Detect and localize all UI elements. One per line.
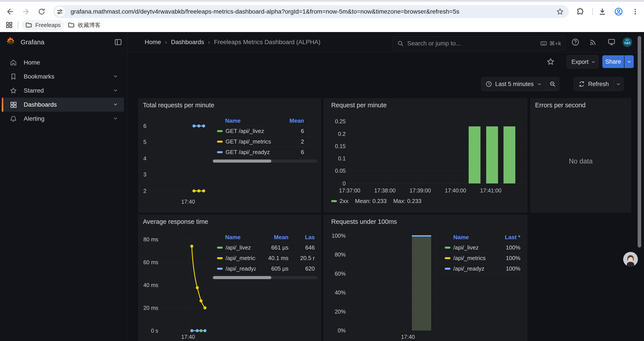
series-name[interactable]: /api/_readyz xyxy=(226,265,256,272)
y-tick: 100% xyxy=(324,232,346,239)
x-tick: 17:38:00 xyxy=(367,187,402,194)
sidebar-item-label: Bookmarks xyxy=(24,73,54,80)
reload-icon xyxy=(38,8,46,16)
legend-header-name[interactable]: Name xyxy=(453,234,505,241)
bookmark-folder-freeleaps[interactable]: Freeleaps xyxy=(22,20,64,30)
legend-hscrollbar[interactable] xyxy=(213,160,318,163)
chevron-down-icon xyxy=(626,59,632,64)
sidebar-item-home[interactable]: Home xyxy=(2,56,124,70)
series-name[interactable]: /api/_livez xyxy=(226,244,256,251)
forward-button[interactable] xyxy=(20,6,32,17)
legend-row[interactable]: GET /api/_readyz 6 xyxy=(213,147,318,157)
y-tick: 3 xyxy=(138,171,146,178)
app-root: grafana.mathmast.com/d/deytv4rwavabkb/fr… xyxy=(0,0,644,341)
star-icon xyxy=(546,58,555,66)
series-name[interactable]: /api/_readyz xyxy=(453,265,506,272)
help-button[interactable] xyxy=(569,36,582,48)
user-avatar[interactable] xyxy=(622,37,632,48)
browser-menu-button[interactable] xyxy=(630,6,641,17)
bookmark-star-icon[interactable] xyxy=(556,8,564,16)
legend-row[interactable]: GET /api/_livez 6 xyxy=(213,126,318,136)
sidebar-item-starred[interactable]: Starred xyxy=(2,84,124,98)
legend: 2xx Mean: 0.233 Max: 0.233 xyxy=(331,198,422,204)
chevron-down-icon[interactable] xyxy=(113,87,118,94)
back-button[interactable] xyxy=(4,6,16,17)
bell-icon xyxy=(10,115,17,122)
downloads-button[interactable] xyxy=(597,6,608,17)
sidebar-item-dashboards[interactable]: Dashboards xyxy=(2,98,124,112)
grafana-header-left: Grafana xyxy=(0,32,127,52)
x-tick: 17:37:00 xyxy=(332,187,367,194)
search-input[interactable] xyxy=(407,40,540,47)
series-name[interactable]: 2xx xyxy=(340,198,348,204)
export-button[interactable]: Export xyxy=(567,55,598,69)
chevron-down-icon xyxy=(616,81,621,87)
series-name[interactable]: GET /api/_livez xyxy=(226,128,301,135)
zoom-out-button[interactable] xyxy=(546,78,559,91)
legend-row[interactable]: /api/_readyz 605 µs 620 xyxy=(213,263,318,274)
extensions-button[interactable] xyxy=(574,6,586,17)
time-range-button[interactable]: Last 5 minutes xyxy=(482,78,546,91)
assistant-avatar-widget[interactable] xyxy=(623,252,638,267)
apps-grid-button[interactable] xyxy=(4,22,14,29)
news-button[interactable] xyxy=(587,36,599,48)
no-data-message: No data xyxy=(531,157,631,165)
chevron-down-icon[interactable] xyxy=(113,73,118,80)
refresh-button[interactable]: Refresh xyxy=(574,78,613,91)
search-box[interactable]: ⌘+k xyxy=(392,37,566,51)
grafana-logo[interactable] xyxy=(5,37,16,47)
legend-header-mean[interactable]: Mean xyxy=(256,234,288,241)
y-tick: 0.05 xyxy=(324,167,346,174)
share-button[interactable]: Share xyxy=(602,55,624,68)
series-last: 100% xyxy=(506,265,520,272)
breadcrumb-dashboards[interactable]: Dashboards xyxy=(171,39,204,46)
refresh-group: Refresh xyxy=(574,77,624,91)
series-name[interactable]: /api/_livez xyxy=(453,244,506,251)
chevron-down-icon xyxy=(591,59,596,65)
series-name[interactable]: /api/_metrics xyxy=(226,255,256,261)
legend-header-last[interactable]: Las xyxy=(288,234,315,241)
bookmark-folder-blogs[interactable]: 收藏博客 xyxy=(64,20,104,30)
url-bar[interactable]: grafana.mathmast.com/d/deytv4rwavabkb/fr… xyxy=(53,5,569,18)
y-tick: 80 ms xyxy=(138,236,158,243)
sidebar-toggle-button[interactable] xyxy=(114,38,122,46)
reload-button[interactable] xyxy=(36,6,47,17)
url-text[interactable]: grafana.mathmast.com/d/deytv4rwavabkb/fr… xyxy=(70,8,556,15)
scrollbar-thumb[interactable] xyxy=(213,160,271,163)
browser-toolbar: grafana.mathmast.com/d/deytv4rwavabkb/fr… xyxy=(0,2,644,18)
profile-button[interactable] xyxy=(613,6,624,17)
legend-header-name[interactable]: Name xyxy=(225,234,256,241)
series-name[interactable]: GET /api/_readyz xyxy=(226,149,301,156)
legend-header-mean[interactable]: Mean xyxy=(290,117,304,124)
breadcrumb-current: Freeleaps Metrics Dashboard (ALPHA) xyxy=(214,39,320,46)
legend-hscrollbar[interactable] xyxy=(213,276,318,279)
panel-title[interactable]: Errors per second xyxy=(535,102,586,109)
scrollbar-thumb[interactable] xyxy=(213,276,271,279)
chevron-down-icon[interactable] xyxy=(113,115,118,122)
display-button[interactable] xyxy=(606,36,618,48)
legend-row[interactable]: /api/_livez 661 µs 646 xyxy=(213,242,318,253)
legend-row[interactable]: GET /api/_metrics 2 xyxy=(213,136,318,147)
refresh-interval-button[interactable] xyxy=(613,78,623,91)
sidebar-item-alerting[interactable]: Alerting xyxy=(2,112,124,126)
chevron-down-icon[interactable] xyxy=(113,101,118,108)
legend-table: Name Mean GET /api/_livez 6 GET /api/_me… xyxy=(213,116,318,163)
page-scrollbar-thumb[interactable] xyxy=(638,36,641,247)
legend-row[interactable]: /api/_metrics 40.1 ms 20.5 r xyxy=(213,253,318,263)
brand-name: Grafana xyxy=(20,38,44,46)
legend-row[interactable]: /api/_metrics 100% xyxy=(440,253,524,263)
legend-row[interactable]: /api/_livez 100% xyxy=(440,242,524,253)
legend-row[interactable]: /api/_readyz 100% xyxy=(440,263,524,274)
series-name[interactable]: /api/_metrics xyxy=(453,255,506,261)
favorite-dashboard-button[interactable] xyxy=(544,55,557,68)
legend-header-name[interactable]: Name xyxy=(225,117,290,124)
sidebar-item-bookmarks[interactable]: Bookmarks xyxy=(2,70,124,84)
breadcrumb-home[interactable]: Home xyxy=(145,39,161,46)
export-label: Export xyxy=(572,59,588,65)
bookmarks-bar: Freeleaps 收藏博客 xyxy=(0,18,644,32)
series-mean: 605 µs xyxy=(256,265,288,272)
series-name[interactable]: GET /api/_metrics xyxy=(226,138,301,145)
legend-header-last[interactable]: Last * xyxy=(505,234,520,241)
share-dropdown-button[interactable] xyxy=(624,55,634,68)
site-settings-button[interactable] xyxy=(55,7,65,17)
